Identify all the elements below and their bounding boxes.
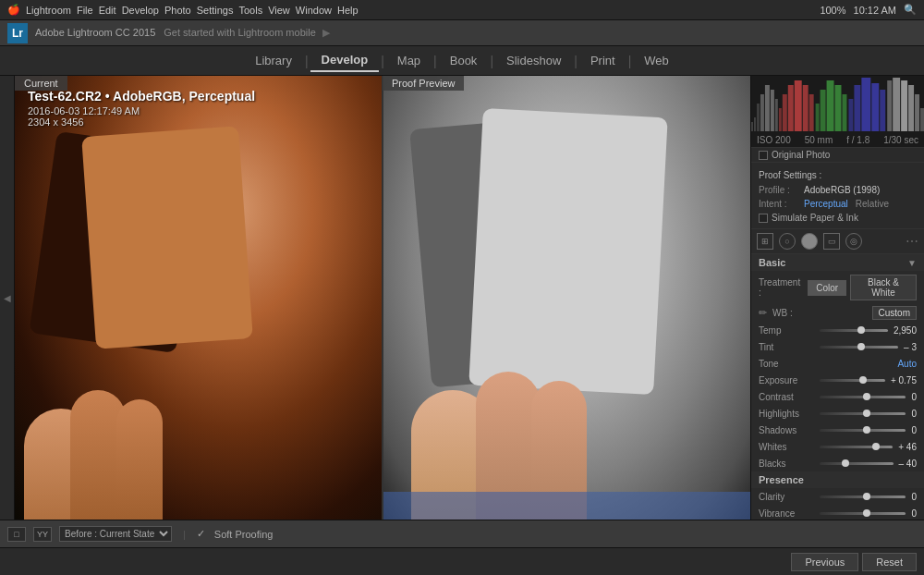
menu-photo[interactable]: Photo xyxy=(164,5,191,16)
vibrance-slider[interactable] xyxy=(820,512,906,515)
contrast-thumb[interactable] xyxy=(863,393,870,400)
photo-left-content xyxy=(15,76,382,520)
temp-value: 2,950 xyxy=(894,325,917,336)
menu-help[interactable]: Help xyxy=(337,5,359,16)
contrast-value: 0 xyxy=(911,392,917,402)
clarity-slider[interactable] xyxy=(820,495,906,498)
intent-field-label: Intent : xyxy=(759,199,800,209)
contrast-slider[interactable] xyxy=(820,396,906,398)
view-mode-icon-1[interactable]: □ xyxy=(7,527,26,542)
soft-proofing-check-icon: ✓ xyxy=(197,528,205,540)
lr-bar: Lr Adobe Lightroom CC 2015 Get started w… xyxy=(0,20,924,46)
exposure-slider[interactable] xyxy=(820,379,885,382)
svg-rect-23 xyxy=(880,90,885,131)
simulate-paper-row: Simulate Paper & Ink xyxy=(751,211,924,225)
view-mode-icon-2[interactable]: YY xyxy=(33,527,52,542)
lr-mobile-text[interactable]: Get started with Lightroom mobile xyxy=(164,27,315,38)
svg-rect-26 xyxy=(901,80,907,131)
clarity-label: Clarity xyxy=(759,492,814,502)
clarity-thumb[interactable] xyxy=(863,493,870,500)
tone-auto-button[interactable]: Auto xyxy=(897,359,917,369)
blacks-value: – 40 xyxy=(899,459,917,469)
whites-thumb[interactable] xyxy=(872,443,880,450)
relative-option[interactable]: Relative xyxy=(856,199,889,209)
simulate-paper-checkbox[interactable] xyxy=(759,214,768,223)
menu-edit[interactable]: Edit xyxy=(99,5,116,16)
temp-thumb[interactable] xyxy=(857,326,865,334)
previous-button[interactable]: Previous xyxy=(791,553,858,571)
shadows-slider[interactable] xyxy=(820,429,906,432)
menu-tools[interactable]: Tools xyxy=(238,5,262,16)
menu-view[interactable]: View xyxy=(268,5,290,16)
nav-bar: Library | Develop | Map | Book | Slidesh… xyxy=(0,46,924,76)
reset-button[interactable]: Reset xyxy=(862,553,917,571)
shadows-label: Shadows xyxy=(759,425,814,435)
blacks-slider[interactable] xyxy=(820,462,894,465)
tone-circle-icon[interactable]: ○ xyxy=(779,233,796,250)
tone-filled-circle-icon[interactable]: ● xyxy=(801,233,818,250)
before-mode-select[interactable]: Before : Current State xyxy=(59,526,172,542)
focal-length: 50 mm xyxy=(805,135,833,145)
whites-value: + 46 xyxy=(898,442,917,452)
vibrance-thumb[interactable] xyxy=(863,509,870,517)
tone-ring-icon[interactable]: ◎ xyxy=(845,233,862,250)
svg-rect-24 xyxy=(887,80,892,131)
highlights-thumb[interactable] xyxy=(863,410,870,417)
nav-slideshow[interactable]: Slideshow xyxy=(495,50,572,71)
tint-slider[interactable] xyxy=(820,346,898,349)
svg-rect-7 xyxy=(775,99,778,131)
nav-library[interactable]: Library xyxy=(244,50,303,71)
menu-develop[interactable]: Develop xyxy=(122,5,159,16)
nav-print[interactable]: Print xyxy=(579,50,626,71)
color-treatment-button[interactable]: Color xyxy=(808,280,846,296)
middle-finger-left xyxy=(116,399,163,520)
shadows-thumb[interactable] xyxy=(863,426,870,434)
nav-web[interactable]: Web xyxy=(633,50,680,71)
tone-rect-icon[interactable]: ▭ xyxy=(823,233,840,250)
histogram-chart xyxy=(751,76,924,131)
intent-field-value[interactable]: Perceptual xyxy=(804,199,848,209)
highlights-slider[interactable] xyxy=(820,412,906,415)
wb-value[interactable]: Custom xyxy=(872,306,917,320)
tone-icons-row: ⊞ ○ ● ▭ ◎ ⋯ xyxy=(751,229,924,254)
svg-rect-16 xyxy=(827,80,834,131)
soft-proofing-label[interactable]: Soft Proofing xyxy=(214,529,274,540)
tint-value: – 3 xyxy=(904,342,917,352)
whites-row: Whites + 46 xyxy=(751,438,924,455)
svg-rect-9 xyxy=(783,94,787,131)
nav-map[interactable]: Map xyxy=(386,50,432,71)
whites-slider[interactable] xyxy=(820,446,893,448)
left-panel-toggle-icon[interactable]: ◀ xyxy=(4,293,11,303)
wb-row: ✏ WB : Custom xyxy=(751,304,924,322)
original-photo-label: Original Photo xyxy=(772,150,830,160)
blacks-label: Blacks xyxy=(759,459,814,469)
current-label: Current xyxy=(15,76,67,91)
highlights-value: 0 xyxy=(911,409,917,419)
blacks-thumb[interactable] xyxy=(842,459,849,467)
svg-rect-17 xyxy=(835,85,842,131)
basic-section-toggle-icon[interactable]: ▼ xyxy=(907,258,917,268)
search-icon[interactable]: 🔍 xyxy=(904,4,917,16)
basic-section-header: Basic ▼ xyxy=(751,254,924,271)
app-name: Lightroom xyxy=(26,5,71,16)
original-photo-checkbox[interactable] xyxy=(759,151,768,160)
menu-settings[interactable]: Settings xyxy=(197,5,234,16)
eyedropper-icon[interactable]: ✏ xyxy=(759,307,767,319)
bw-treatment-button[interactable]: Black & White xyxy=(850,275,917,300)
tone-grid-icon[interactable]: ⊞ xyxy=(757,233,773,250)
before-mode-dropdown[interactable]: Before : Current State xyxy=(59,526,172,542)
svg-rect-2 xyxy=(754,117,756,131)
svg-rect-1 xyxy=(751,122,753,131)
menu-window[interactable]: Window xyxy=(296,5,332,16)
temp-slider[interactable] xyxy=(820,329,888,332)
tint-thumb[interactable] xyxy=(857,343,865,350)
clarity-row: Clarity 0 xyxy=(751,488,924,505)
histogram-area: ISO 200 50 mm f / 1.8 1/30 sec xyxy=(751,76,924,148)
left-panel[interactable]: ◀ xyxy=(0,76,15,520)
presence-section-header: Presence xyxy=(751,471,924,488)
nav-book[interactable]: Book xyxy=(439,50,489,71)
nav-develop[interactable]: Develop xyxy=(310,49,380,72)
menu-file[interactable]: File xyxy=(77,5,93,16)
tone-more-icon[interactable]: ⋯ xyxy=(906,234,918,249)
exposure-thumb[interactable] xyxy=(859,376,867,384)
